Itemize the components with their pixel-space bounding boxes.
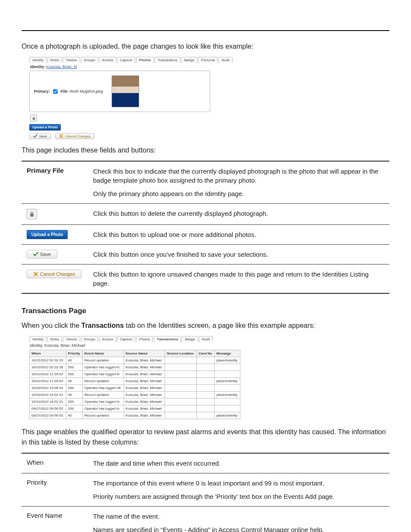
cell: plasecIdentity <box>215 378 240 385</box>
desc-text: Click this button to ignore unsaved chan… <box>93 270 384 288</box>
tab-badge[interactable]: Badge <box>182 336 198 342</box>
cell: Koszuta, Brian, Michael <box>124 371 165 378</box>
tab-access[interactable]: Access <box>99 336 116 342</box>
field-desc: Click this button to upload one or more … <box>88 225 389 245</box>
cell <box>165 392 197 398</box>
tab-tokens[interactable]: Tokens <box>63 57 80 63</box>
field-desc: Check this box to indicate that the curr… <box>88 161 389 204</box>
tx-intro-pre: When you click the <box>22 322 81 329</box>
cell: 40 <box>66 378 82 385</box>
desc-text: The name of the event. <box>93 512 384 521</box>
primary-checkbox[interactable] <box>53 89 57 93</box>
cell <box>165 378 197 385</box>
cell <box>197 364 215 371</box>
column-label: When <box>22 453 88 473</box>
cell <box>197 385 215 392</box>
trash-icon <box>29 211 35 217</box>
upload-photo-button[interactable]: Upload a Photo <box>29 124 61 131</box>
cell: Operator has logged in <box>82 364 124 371</box>
intro-text: Once a photograph is uploaded, the page … <box>22 41 389 52</box>
identity-line: Identity: Koszuta, Brian, Michael <box>29 342 240 350</box>
save-button[interactable]: Save <box>27 250 57 258</box>
tab-personal[interactable]: Personal <box>198 57 218 63</box>
cell: Record updated <box>82 412 124 419</box>
field-label: Upload a Photo <box>22 225 88 245</box>
tab-identity[interactable]: Identity <box>29 336 47 342</box>
cell <box>165 371 197 378</box>
column-label: Event Name <box>22 507 88 532</box>
cell <box>165 412 197 419</box>
cell <box>215 385 240 392</box>
cell: 200 <box>66 385 82 392</box>
fields-intro: This page includes these fields and butt… <box>22 145 389 156</box>
table-row: Primary File Check this box to indicate … <box>22 161 389 204</box>
tx-intro-bold: Transactions <box>81 322 124 329</box>
cell: Koszuta, Brian, Michael <box>124 392 165 398</box>
tab-groups[interactable]: Groups <box>81 336 98 342</box>
identity-label: Identity: <box>30 65 45 69</box>
cell: Record updated <box>82 392 124 398</box>
cell: 10/15/2012 02:32:29 <box>30 357 66 364</box>
tab-transactions[interactable]: Transactions <box>155 57 181 63</box>
transactions-columns-table: When The date and time when this event o… <box>22 453 389 532</box>
table-row: Cancel Changes Click this button to igno… <box>22 264 389 294</box>
transactions-tabs: IdentityRolesTokensGroupsAccessCapturePh… <box>29 336 240 342</box>
tab-photos[interactable]: Photos <box>136 57 154 63</box>
trash-icon <box>32 116 36 120</box>
desc-text: Click this button to delete the currentl… <box>93 209 384 218</box>
cell: Koszuta, Brian, Michael <box>124 357 165 364</box>
cancel-changes-button[interactable]: Cancel Changes <box>27 270 81 278</box>
upload-photo-button[interactable]: Upload a Photo <box>27 230 68 239</box>
table-row: 10/10/2012 16:01:3140Record updatedKoszu… <box>30 392 240 398</box>
check-icon <box>33 252 38 257</box>
column-desc: The name of the event. Names are specifi… <box>88 507 389 532</box>
cell <box>197 357 215 364</box>
cell: Koszuta, Brian, Michael <box>124 385 165 392</box>
transactions-page-screenshot: IdentityRolesTokensGroupsAccessCapturePh… <box>29 336 240 419</box>
table-row: Upload a Photo Click this button to uplo… <box>22 225 389 245</box>
tab-tokens[interactable]: Tokens <box>63 336 80 342</box>
tab-capture[interactable]: Capture <box>117 57 135 63</box>
column-header: Event Name <box>82 350 124 357</box>
cell <box>215 405 240 412</box>
column-desc: The date and time when this event occurr… <box>88 453 389 473</box>
tab-identity[interactable]: Identity <box>29 57 47 63</box>
cell <box>215 364 240 371</box>
cell: 10/12/2012 11:29:42 <box>30 378 66 385</box>
cell: plasecIdentity <box>215 412 240 419</box>
tab-badge[interactable]: Badge <box>181 57 197 63</box>
tab-transactions[interactable]: Transactions <box>154 336 181 342</box>
transactions-desc: This page enables the qualified operator… <box>22 427 389 448</box>
delete-photo-button[interactable] <box>27 209 37 219</box>
cancel-changes-button[interactable]: Cancel Changes <box>55 133 94 139</box>
cell <box>165 385 197 392</box>
tab-access[interactable]: Access <box>99 57 116 63</box>
table-row: 10/15/2012 02:32:2940Record updatedKoszu… <box>30 357 240 364</box>
desc-text: Priority numbers are assigned through th… <box>93 492 384 501</box>
cell: Operator has logged off <box>82 385 124 392</box>
cell: 40 <box>66 392 82 398</box>
tab-capture[interactable]: Capture <box>117 336 135 342</box>
delete-photo-button[interactable] <box>30 115 37 121</box>
tab-audit[interactable]: Audit <box>218 57 232 63</box>
tab-groups[interactable]: Groups <box>81 57 98 63</box>
save-button[interactable]: Save <box>29 133 51 139</box>
tab-photos[interactable]: Photos <box>136 336 153 342</box>
column-header: Source Location <box>165 350 197 357</box>
cell <box>165 405 197 412</box>
identity-line: Identity: Koszuta, Brian, M <box>29 63 210 71</box>
photo-panel: Primary: File: Work Mugshot.jpeg <box>29 71 210 112</box>
table-row: Click this button to delete the currentl… <box>22 204 389 225</box>
table-row: 09/27/2012 09:50:5340Record updatedKoszu… <box>30 412 240 419</box>
tab-roles[interactable]: Roles <box>47 57 62 63</box>
tab-audit[interactable]: Audit <box>199 336 213 342</box>
tab-roles[interactable]: Roles <box>47 336 62 342</box>
cell: Koszuta, Brian, Michael <box>124 412 165 419</box>
cell: 10/10/2012 16:01:31 <box>30 398 66 405</box>
cell: plasecIdentity <box>215 392 240 398</box>
identity-name-link[interactable]: Koszuta, Brian, M <box>47 65 77 69</box>
primary-file-row: Primary: File: Work Mugshot.jpeg <box>34 87 103 96</box>
cell: Record updated <box>82 378 124 385</box>
cell <box>197 405 215 412</box>
check-icon <box>33 134 37 138</box>
